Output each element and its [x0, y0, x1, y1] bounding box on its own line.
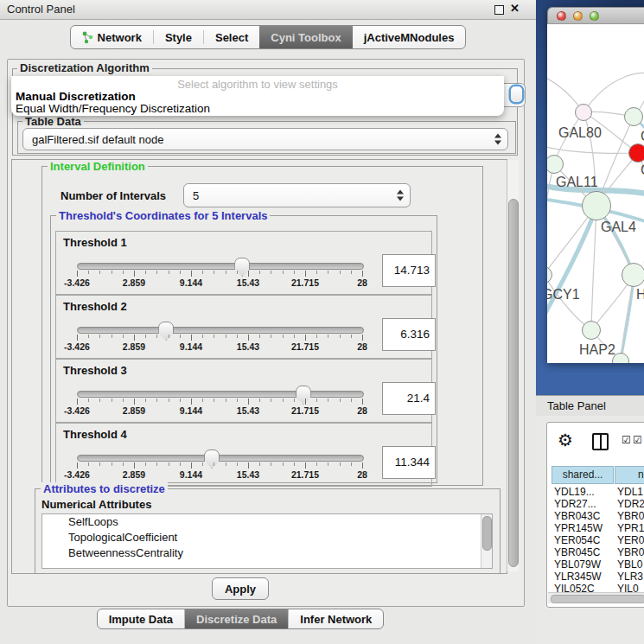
network-icon: [82, 31, 93, 44]
close-traffic-light[interactable]: [557, 11, 566, 21]
network-node-label: GAL4: [601, 220, 636, 235]
scrollbar-thumb[interactable]: [508, 199, 519, 567]
slider-tick-label: 15.43: [237, 405, 259, 416]
tab-style[interactable]: Style: [154, 26, 203, 48]
network-node-label: H: [636, 287, 644, 303]
table-cell-name[interactable]: YDR2: [617, 498, 644, 510]
slider-tick-label: 15.43: [237, 469, 259, 480]
slider-major-tick: [362, 462, 363, 469]
table-cell-name[interactable]: YBR0: [617, 546, 644, 558]
gear-icon[interactable]: ⚙: [558, 430, 573, 450]
tab-cyni-toolbox[interactable]: Cyni Toolbox: [259, 26, 352, 48]
slider-tick-label: 28: [357, 341, 367, 352]
tab-impute-data[interactable]: Impute Data: [98, 609, 185, 628]
threshold-value-field[interactable]: 21.4: [382, 382, 436, 415]
tab-select[interactable]: Select: [204, 26, 259, 48]
stepper-icon[interactable]: [494, 134, 501, 145]
algorithm-placeholder: Select algorithm to view settings: [11, 78, 504, 91]
top-tab-bar: NetworkStyleSelectCyni ToolboxjActiveMNo…: [0, 25, 536, 49]
stepper-icon[interactable]: [397, 190, 404, 201]
attribute-list-item[interactable]: BetweennessCentrality: [42, 545, 492, 561]
table-cell-name[interactable]: YLR3: [617, 571, 643, 583]
slider-track[interactable]: [77, 263, 364, 270]
network-node[interactable]: [624, 107, 643, 126]
scrollbar-thumb[interactable]: [551, 595, 644, 603]
slider-track[interactable]: [77, 455, 364, 462]
slider-major-tick: [134, 335, 135, 341]
threshold-label: Threshold 1: [63, 236, 127, 249]
attributes-list[interactable]: SelfLoopsTopologicalCoefficientBetweenne…: [41, 513, 493, 569]
slider-tick-label: 9.144: [180, 341, 202, 352]
vertical-scrollbar[interactable]: [507, 160, 519, 571]
bottom-tab-bar: Impute DataDiscretize DataInfer Network: [0, 609, 481, 629]
network-canvas[interactable]: GAL80GCGAL11GAL4GCY1HHAP2: [547, 24, 644, 363]
checkbox-icon[interactable]: ☑: [622, 434, 631, 446]
slider-major-tick: [305, 335, 306, 341]
close-icon[interactable]: ✕: [510, 2, 520, 15]
slider-tick-label: 15.43: [237, 277, 259, 288]
algorithm-option[interactable]: Manual Discretization: [16, 90, 136, 103]
slider-major-tick: [191, 335, 192, 341]
threshold-value-field[interactable]: 11.344: [382, 446, 436, 479]
column-header-name[interactable]: na: [615, 466, 644, 484]
float-icon[interactable]: [494, 5, 504, 15]
threshold-label: Threshold 2: [63, 300, 127, 313]
table-cell-shared-name[interactable]: YDL19...: [554, 486, 595, 498]
network-node[interactable]: [575, 104, 592, 121]
table-cell-shared-name[interactable]: YBR043C: [554, 510, 600, 522]
table-cell-shared-name[interactable]: YLR345W: [554, 571, 602, 583]
tab-discretize-data[interactable]: Discretize Data: [185, 609, 289, 628]
table-cell-shared-name[interactable]: YBR045C: [554, 546, 600, 558]
table-cell-name[interactable]: YBL0: [617, 558, 642, 571]
network-node[interactable]: [582, 321, 601, 340]
attribute-list-item[interactable]: SelfLoops: [42, 514, 492, 530]
tab-jactivemnodules[interactable]: jActiveMNodules: [353, 26, 466, 48]
checkbox-icon[interactable]: ☑: [633, 434, 642, 446]
table-cell-shared-name[interactable]: YBL079W: [554, 558, 601, 571]
threshold-label: Threshold 3: [63, 364, 127, 377]
minimize-traffic-light[interactable]: [573, 11, 583, 21]
attribute-list-item[interactable]: TopologicalCoefficient: [42, 530, 492, 545]
slider-tick-label: 15.43: [237, 341, 259, 352]
network-node[interactable]: [628, 143, 644, 163]
table-cell-name[interactable]: YER0: [617, 534, 644, 546]
list-scrollbar-thumb[interactable]: [482, 516, 492, 551]
tab-network[interactable]: Network: [71, 26, 153, 48]
slider-minor-ticks: [77, 335, 363, 338]
slider-track[interactable]: [77, 391, 364, 398]
split-columns-icon[interactable]: [592, 433, 609, 450]
table-cell-shared-name[interactable]: YPR145W: [554, 522, 603, 534]
slider-track[interactable]: [77, 327, 364, 334]
threshold-value-field[interactable]: 6.316: [382, 318, 436, 351]
network-window: GAL80GCGAL11GAL4GCY1HHAP2: [547, 7, 644, 363]
network-node[interactable]: [622, 263, 644, 287]
table-cell-shared-name[interactable]: YER054C: [554, 534, 600, 546]
tab-infer-network[interactable]: Infer Network: [289, 609, 383, 628]
table-cell-name[interactable]: YDL1: [617, 486, 643, 498]
slider-major-tick: [191, 271, 192, 277]
list-scrollbar[interactable]: [481, 514, 492, 568]
table-cell-name[interactable]: YPR1: [617, 522, 644, 534]
threshold-value-field[interactable]: 14.713: [382, 254, 436, 287]
table-cell-name[interactable]: YBR0: [617, 510, 644, 522]
network-window-titlebar[interactable]: [547, 7, 644, 24]
slider-major-tick: [77, 399, 78, 405]
threshold-row: Threshold 1-3.4262.8599.14415.4321.71528…: [55, 231, 432, 295]
slider-major-tick: [191, 399, 192, 405]
zoom-traffic-light[interactable]: [590, 11, 599, 21]
tab-label: Style: [165, 31, 192, 44]
table-data-combo[interactable]: galFiltered.sif default node: [22, 128, 508, 150]
table-cell-shared-name[interactable]: YDR27...: [554, 498, 596, 510]
slider-major-tick: [134, 399, 135, 405]
slider-tick-label: 2.859: [123, 469, 145, 480]
column-header-shared[interactable]: shared...: [552, 466, 614, 484]
num-intervals-combo[interactable]: 5: [183, 183, 411, 207]
algorithm-option[interactable]: Equal Width/Frequency Discretization: [16, 102, 210, 115]
combo-stepper-icon[interactable]: [511, 86, 522, 102]
slider-major-tick: [134, 271, 135, 277]
slider-major-tick: [305, 462, 306, 469]
apply-button[interactable]: Apply: [212, 577, 269, 600]
network-node-label: GAL11: [556, 175, 598, 190]
horizontal-scrollbar[interactable]: [548, 592, 644, 603]
network-node[interactable]: [582, 191, 611, 220]
